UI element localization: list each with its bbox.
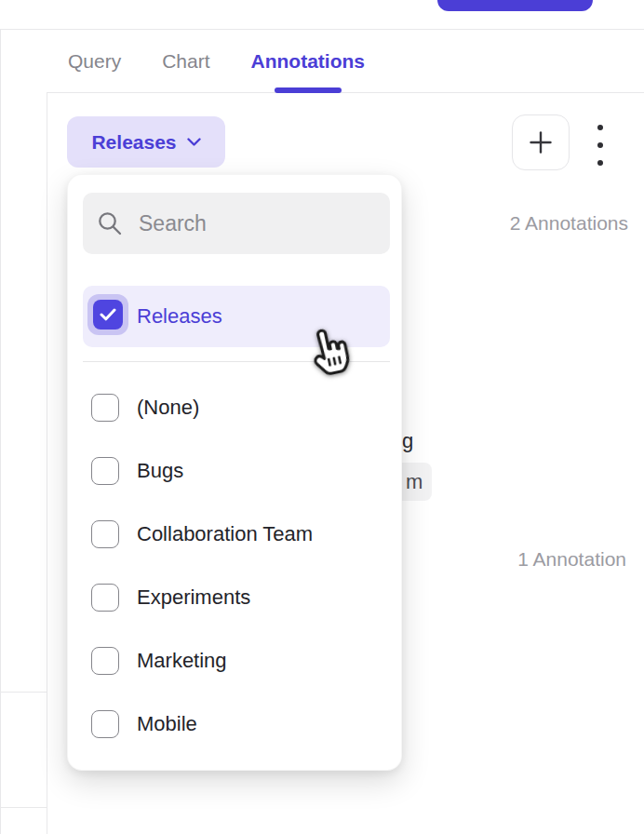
dropdown-item-label: Collaboration Team <box>137 522 313 546</box>
annotation-count-badge: 1 Annotation <box>517 548 626 571</box>
dropdown-item-experiments[interactable]: Experiments <box>68 566 403 629</box>
dropdown-item-label: Releases <box>137 286 222 347</box>
tab-chart-label: Chart <box>162 50 209 73</box>
more-options-button[interactable] <box>593 125 608 166</box>
unchecked-checkbox[interactable] <box>91 520 119 548</box>
dropdown-item-collaboration-team[interactable]: Collaboration Team <box>68 503 403 566</box>
unchecked-checkbox[interactable] <box>91 710 119 738</box>
dropdown-item-list: (None) Bugs Collaboration Team Experimen… <box>68 376 403 756</box>
search-icon <box>96 209 124 237</box>
dropdown-item-releases-selected[interactable]: Releases <box>83 286 390 347</box>
dropdown-item-label: Bugs <box>137 459 183 483</box>
checkmark-icon <box>100 308 116 321</box>
tab-chart[interactable]: Chart <box>162 30 209 92</box>
left-rail-divider-1 <box>0 692 47 693</box>
primary-action-button-partial[interactable] <box>437 0 593 11</box>
filter-button-label: Releases <box>91 131 176 154</box>
annotation-type-filter-button[interactable]: Releases <box>67 116 225 168</box>
unchecked-checkbox[interactable] <box>91 647 119 675</box>
checked-checkbox[interactable] <box>93 300 123 330</box>
dropdown-item-label: Experiments <box>137 585 250 610</box>
dropdown-item-label: Marketing <box>137 649 227 673</box>
dropdown-divider <box>83 361 390 362</box>
unchecked-checkbox[interactable] <box>91 457 119 485</box>
occluded-tag-text: m <box>406 470 423 494</box>
left-edge-border <box>0 30 1 834</box>
occluded-text-fragment: g <box>402 429 413 453</box>
occluded-tag-fragment: m <box>402 463 432 501</box>
tab-query[interactable]: Query <box>68 30 121 92</box>
annotation-type-dropdown: Releases (None) Bugs Collaboration Team … <box>67 174 402 771</box>
left-rail-border <box>47 30 47 834</box>
tab-query-label: Query <box>68 50 121 73</box>
annotations-panel-screen: Query Chart Annotations Releases 2 Annot… <box>0 0 644 834</box>
dropdown-item-marketing[interactable]: Marketing <box>68 629 403 693</box>
tab-annotations[interactable]: Annotations <box>251 30 365 92</box>
kebab-menu-icon <box>597 160 603 166</box>
search-input[interactable] <box>137 210 377 237</box>
dropdown-item-mobile[interactable]: Mobile <box>68 693 403 756</box>
dropdown-item-label: Mobile <box>137 712 197 736</box>
checkbox-focus-halo <box>87 294 128 335</box>
dropdown-search <box>83 193 390 254</box>
tab-bar: Query Chart Annotations <box>47 30 644 93</box>
kebab-menu-icon <box>597 142 603 148</box>
add-annotation-button[interactable] <box>512 114 570 170</box>
tab-active-underline <box>275 87 342 93</box>
dropdown-item-bugs[interactable]: Bugs <box>68 439 403 503</box>
dropdown-item-none[interactable]: (None) <box>68 376 403 439</box>
unchecked-checkbox[interactable] <box>91 394 119 422</box>
tab-annotations-label: Annotations <box>251 50 365 73</box>
chevron-down-icon <box>187 138 201 147</box>
kebab-menu-icon <box>597 125 603 130</box>
left-rail-divider-2 <box>0 807 47 808</box>
annotations-count-badge: 2 Annotations <box>510 212 628 235</box>
unchecked-checkbox[interactable] <box>91 584 119 612</box>
plus-icon <box>528 129 554 155</box>
dropdown-item-label: (None) <box>137 396 199 420</box>
